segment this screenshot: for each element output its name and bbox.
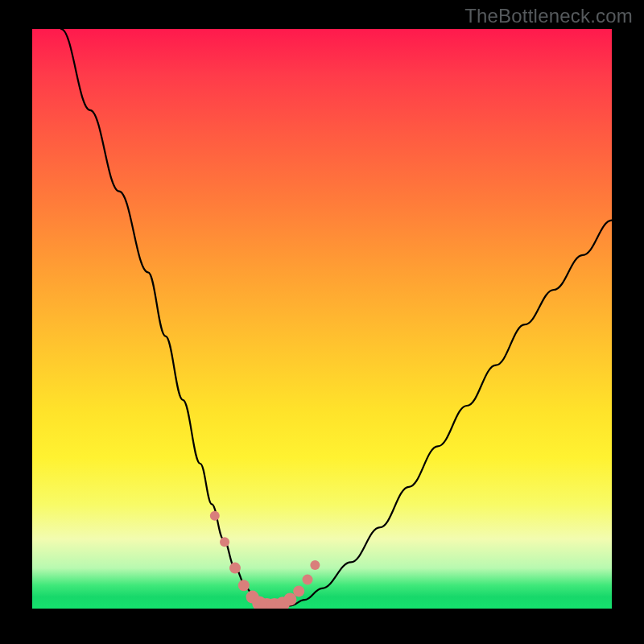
bottleneck-curve xyxy=(61,29,612,608)
highlight-point xyxy=(210,511,220,521)
highlight-markers xyxy=(210,511,320,609)
highlight-point xyxy=(220,537,229,547)
highlight-point xyxy=(310,560,320,570)
highlight-point xyxy=(229,563,241,574)
watermark-label: TheBottleneck.com xyxy=(464,5,633,27)
highlight-point xyxy=(293,585,304,597)
plot-area xyxy=(32,29,612,609)
highlight-point xyxy=(303,575,313,585)
chart-frame: TheBottleneck.com xyxy=(0,0,644,644)
bottleneck-curve-svg xyxy=(32,29,612,609)
highlight-point xyxy=(238,580,250,591)
